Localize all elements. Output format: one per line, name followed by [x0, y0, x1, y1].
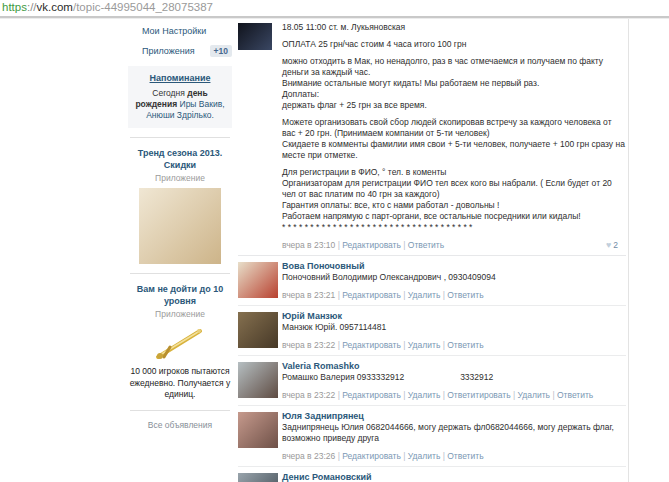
post-meta: вчера в 23:10 | Редактировать | Ответить… — [282, 239, 626, 251]
sidebar-item-label[interactable]: Приложения — [142, 46, 195, 56]
meta-separator: | — [550, 390, 557, 400]
action-link[interactable]: Ответить — [557, 390, 593, 400]
meta-separator: | — [401, 451, 408, 461]
reminder-title[interactable]: Напоминание — [150, 73, 211, 84]
comment-text-main: Ромашко Валерия 0933332912 — [282, 372, 404, 382]
like-control[interactable]: ♥2 — [606, 239, 618, 251]
timestamp: вчера в 23:22 — [282, 390, 335, 400]
sidebar-divider — [130, 273, 230, 274]
page-right-edge — [628, 19, 629, 482]
ad-game-level[interactable]: Вам не дойти до 10 уровня Приложение 10 … — [128, 283, 232, 401]
comment-row: Valeria Romashko Ромашко Валерия 0933332… — [238, 356, 626, 406]
action-link[interactable]: Ответить — [447, 340, 483, 350]
timestamp: вчера в 23:10 — [282, 240, 335, 250]
sidebar-divider — [130, 137, 230, 138]
post-paragraph: ОПЛАТА 25 грн/час стоим 4 часа итого 100… — [282, 39, 626, 50]
sidebar: Мои Настройки Приложения +10 Напоминание… — [128, 26, 232, 430]
action-link[interactable]: Ответить — [408, 240, 444, 250]
comment-meta: вчера в 23:22 | Редактировать | Удалить … — [282, 339, 626, 351]
sidebar-divider — [130, 410, 230, 411]
browser-content-divider — [0, 16, 669, 19]
comment-author[interactable]: Вова Поночовный — [282, 260, 365, 272]
comment-text: Поночовний Володимир Олександрович , 093… — [282, 272, 626, 283]
action-link[interactable]: Удалить — [408, 340, 440, 350]
action-link[interactable]: Ответитировать — [447, 390, 510, 400]
action-link[interactable]: Ответить — [447, 451, 483, 461]
meta-separator: | — [511, 390, 518, 400]
apps-count-badge: +10 — [210, 45, 232, 57]
action-link[interactable]: Редактировать — [342, 451, 401, 461]
ad-title[interactable]: Тренд сезона 2013. Скидки — [128, 147, 232, 171]
reminder-prefix: Сегодня — [152, 88, 187, 98]
comment-text-extra: 3332912 — [460, 372, 493, 382]
reminder-text: Сегодня день рождения Иры Вакив, Анюши З… — [134, 88, 226, 121]
comment-avatar[interactable] — [238, 312, 278, 348]
comment-meta: вчера в 23:26 | Редактировать | Удалить … — [282, 450, 626, 462]
golden-sword-image[interactable] — [148, 324, 212, 362]
url-separator: :// — [27, 1, 37, 13]
comment-text-main: Заднипрянець Юлия 0682044666, могу держа… — [282, 422, 614, 443]
comment-avatar[interactable] — [238, 412, 278, 448]
timestamp: вчера в 23:26 — [282, 451, 335, 461]
action-link[interactable]: Редактировать — [342, 340, 401, 350]
action-link[interactable]: Ответить — [447, 290, 483, 300]
post-paragraph: можно отходить в Мак, но ненадолго, раз … — [282, 56, 626, 111]
all-ads-link[interactable]: Все объявления — [128, 420, 232, 430]
action-link[interactable]: Удалить — [518, 390, 550, 400]
comment-meta: вчера в 23:21 | Редактировать | Удалить … — [282, 289, 626, 301]
action-link[interactable]: Редактировать — [342, 240, 401, 250]
ad-title[interactable]: Вам не дойти до 10 уровня — [128, 283, 232, 307]
comment-list: Вова Поночовный Поночовний Володимир Оле… — [238, 256, 626, 482]
comment-row: Юрій Манзюк Манзюк Юрій. 0957114481 вчер… — [238, 306, 626, 356]
comment-text: Манзюк Юрій. 0957114481 — [282, 322, 626, 333]
action-link[interactable]: Удалить — [408, 451, 440, 461]
meta-separator: | — [401, 390, 408, 400]
sidebar-item-label[interactable]: Мои Настройки — [142, 26, 206, 36]
sidebar-item-settings[interactable]: Мои Настройки — [142, 26, 232, 36]
comment-avatar[interactable] — [238, 362, 278, 398]
meta-separator: | — [401, 240, 408, 250]
post-meta-actions: вчера в 23:10 | Редактировать | Ответить — [282, 240, 444, 250]
url-host: vk.com — [37, 1, 73, 13]
timestamp: вчера в 23:21 — [282, 290, 335, 300]
topic-thread: 18.05 11:00 ст. м. ЛукьяновскаяОПЛАТА 25… — [238, 22, 626, 482]
reminder-block: Напоминание Сегодня день рождения Иры Ва… — [128, 66, 232, 128]
meta-separator: | — [401, 290, 408, 300]
action-link[interactable]: Редактировать — [342, 390, 401, 400]
ad-subtitle: Приложение — [128, 173, 232, 183]
ad-person-photo[interactable] — [139, 188, 221, 264]
comment-author[interactable]: Юля Заднипрянец — [282, 410, 364, 422]
comment-text: Заднипрянець Юлия 0682044666, могу держа… — [282, 422, 626, 444]
url-path: /topic-44995044_28075387 — [73, 1, 213, 13]
post-body: 18.05 11:00 ст. м. ЛукьяновскаяОПЛАТА 25… — [282, 22, 626, 233]
comment-author[interactable]: Денис Романовский — [282, 471, 372, 482]
post-paragraph: Для регистрации в ФИО, ° тел. в коменты … — [282, 167, 626, 233]
post-author-avatar[interactable] — [238, 23, 272, 50]
action-link[interactable]: Удалить — [408, 290, 440, 300]
ad-trend-season[interactable]: Тренд сезона 2013. Скидки Приложение — [128, 147, 232, 264]
comment-author[interactable]: Юрій Манзюк — [282, 310, 342, 322]
url-scheme: https — [2, 1, 27, 13]
meta-separator: | — [401, 340, 408, 350]
comment-text-main: Поночовний Володимир Олександрович , 093… — [282, 272, 496, 282]
comment-row: Юля Заднипрянец Заднипрянець Юлия 068204… — [238, 406, 626, 467]
comment-author[interactable]: Valeria Romashko — [282, 360, 360, 372]
comment-avatar[interactable] — [238, 473, 278, 482]
post-paragraph: Можете организовать свой сбор людей скоп… — [282, 117, 626, 161]
action-link[interactable]: Удалить — [408, 390, 440, 400]
heart-icon[interactable]: ♥ — [606, 240, 611, 250]
action-link[interactable]: Редактировать — [342, 290, 401, 300]
comment-text-main: Манзюк Юрій. 0957114481 — [282, 322, 386, 332]
post-paragraph: 18.05 11:00 ст. м. Лукьяновская — [282, 22, 626, 33]
comment-row: Вова Поночовный Поночовний Володимир Оле… — [238, 256, 626, 306]
sidebar-item-apps[interactable]: Приложения +10 — [142, 45, 232, 57]
address-bar[interactable]: https://vk.com/topic-44995044_28075387 — [2, 1, 213, 13]
comment-row: Денис Романовский Романовський Денис, 06… — [238, 467, 626, 482]
ad-description: 10 000 игроков пытаются ежедневно. Получ… — [128, 366, 232, 401]
comment-avatar[interactable] — [238, 262, 278, 298]
comment-meta: вчера в 23:22 | Редактировать | Удалить … — [282, 389, 626, 401]
likes-count: 2 — [613, 240, 618, 250]
timestamp: вчера в 23:22 — [282, 340, 335, 350]
ad-subtitle: Приложение — [128, 309, 232, 319]
comment-text: Ромашко Валерия 09333329123332912 — [282, 372, 626, 383]
